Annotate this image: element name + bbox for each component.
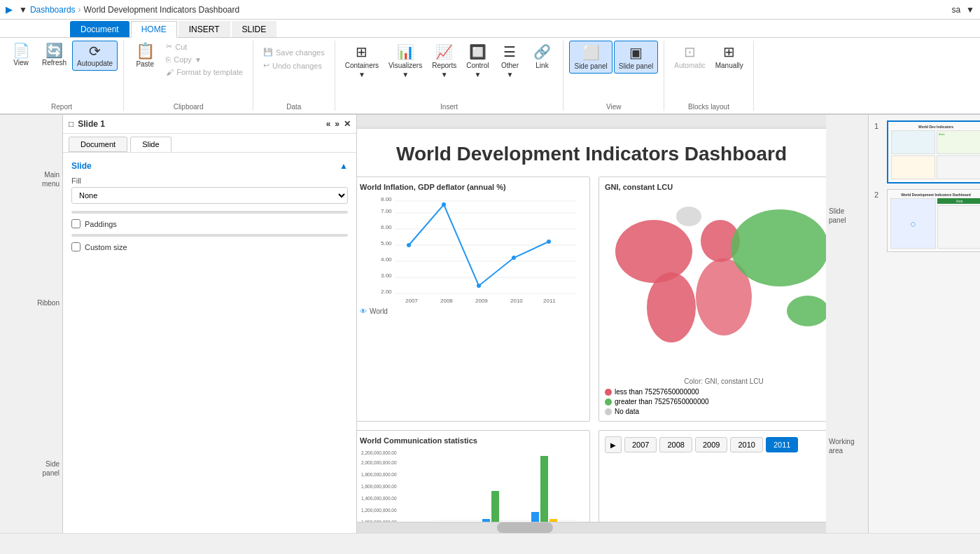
svg-rect-53 [531, 512, 539, 522]
left-panel-tabs: Document Slide [63, 134, 356, 153]
svg-point-21 [477, 284, 481, 288]
fill-label: Fill [71, 176, 348, 185]
nav-arrow[interactable]: ▼ [19, 5, 27, 15]
automatic-icon: ⊡ [684, 43, 696, 60]
ribbon-group-view: ⬜ Side panel ▣ Slide panel View [564, 41, 664, 111]
autoupdate-button[interactable]: ⟳ Autoupdate [72, 41, 118, 71]
refresh-button[interactable]: 🔄 Refresh [38, 41, 71, 69]
svg-point-29 [787, 296, 826, 326]
panel-nav-right[interactable]: » [335, 119, 340, 129]
cut-icon: ✂ [166, 42, 172, 51]
panel-close[interactable]: ✕ [344, 119, 351, 129]
save-icon: 💾 [263, 48, 273, 57]
year-2007[interactable]: 2007 [624, 437, 657, 452]
horizontal-scrollbar[interactable] [357, 522, 826, 533]
year-2011[interactable]: 2011 [766, 437, 798, 452]
svg-text:2,000,000,000.00: 2,000,000,000.00 [361, 460, 397, 465]
report-label: Report [51, 102, 72, 111]
ribbon-group-blocks: ⊡ Automatic ⊞ Manually Blocks layout [664, 41, 754, 111]
legend-world-label: World [370, 307, 388, 315]
control-icon: 🔲 [469, 43, 486, 60]
other-icon: ☰ [503, 43, 516, 60]
chart-comm-title: World Communication statistics [360, 436, 584, 445]
panel-nav-left[interactable]: « [326, 119, 331, 129]
thumb2-charts: ◯ Asia [890, 198, 980, 249]
format-button[interactable]: 🖌 Format by template [162, 67, 247, 78]
user-name: sa [951, 5, 960, 15]
year-2008[interactable]: 2008 [659, 437, 692, 452]
paddings-checkbox[interactable] [71, 219, 80, 228]
custom-size-checkbox-row: Custom size [71, 242, 348, 251]
left-panel-header: □ Slide 1 « » ✕ [63, 115, 356, 134]
data-small-btns: 💾 Save changes ↩ Undo changes [259, 46, 329, 71]
svg-text:1,800,000,000.00: 1,800,000,000.00 [361, 472, 397, 477]
blocks-label: Blocks layout [688, 102, 729, 111]
slide-1-container: 1 World Dev Indicators Asia [887, 120, 974, 183]
view-button[interactable]: 📄 View [6, 41, 36, 69]
visualizers-button[interactable]: 📊 Visualizers ▼ [384, 41, 426, 81]
slider-bar-2 [71, 234, 348, 237]
dashboards-link[interactable]: Dashboards [30, 5, 76, 15]
annotations: Mainmenu Ribbon Sidepanel [0, 115, 63, 533]
play-button[interactable]: ▶ [605, 436, 622, 453]
year-2010[interactable]: 2010 [730, 437, 762, 452]
undo-changes-button[interactable]: ↩ Undo changes [259, 60, 329, 71]
slide-2-thumb[interactable]: World Development Indicators Dashboard ◯… [887, 189, 980, 252]
section-toggle[interactable]: ▲ [340, 161, 348, 171]
manually-icon: ⊞ [723, 43, 735, 60]
scrollbar-thumb[interactable] [497, 522, 553, 533]
ribbon-group-clipboard: 📋 Paste ✂ Cut ⎘ Copy ▼ 🖌 Format by templ… [124, 41, 253, 111]
legend-greater: greater than 75257650000000 [605, 398, 826, 406]
user-arrow[interactable]: ▼ [966, 5, 974, 15]
custom-size-checkbox[interactable] [71, 242, 80, 251]
slide-1-thumb[interactable]: World Dev Indicators Asia [887, 120, 980, 183]
control-button[interactable]: 🔲 Control ▼ [462, 41, 493, 81]
year-2009[interactable]: 2009 [695, 437, 727, 452]
tab-slide[interactable]: SLIDE [232, 21, 277, 37]
automatic-button[interactable]: ⊡ Automatic [670, 41, 709, 72]
tab-document[interactable]: Document [69, 137, 127, 152]
svg-text:2.00: 2.00 [381, 289, 392, 295]
tab-slide[interactable]: Slide [130, 137, 171, 152]
paste-button[interactable]: 📋 Paste [130, 41, 160, 71]
chart-gni: GNI, constant LCU [598, 176, 826, 422]
tab-document[interactable]: Document [70, 21, 130, 37]
save-changes-button[interactable]: 💾 Save changes [259, 46, 329, 58]
legend-nodata-dot [605, 408, 612, 415]
side-panel-button[interactable]: ⬜ Side panel [569, 41, 612, 74]
svg-text:2,200,000,000.00: 2,200,000,000.00 [361, 450, 397, 455]
manually-button[interactable]: ⊞ Manually [711, 41, 748, 72]
chart-timeline-area: ▶ 2007 2008 2009 2010 2011 [598, 430, 826, 522]
other-button[interactable]: ☰ Other ▼ [494, 41, 525, 81]
breadcrumb-sep: › [78, 5, 81, 15]
fill-control: None [71, 187, 348, 204]
slide-icon: □ [69, 119, 74, 129]
fill-select[interactable]: None [71, 187, 348, 204]
tab-home[interactable]: HOME [131, 21, 177, 38]
ribbon-group-insert: ⊞ Containers ▼ 📊 Visualizers ▼ 📈 Reports… [335, 41, 564, 111]
paste-icon: 📋 [136, 43, 155, 59]
slide-panel-icon: ▣ [629, 44, 643, 61]
paddings-label: Paddings [85, 220, 117, 228]
copy-button[interactable]: ⎘ Copy ▼ [162, 54, 247, 65]
ribbon-tabs: Document HOME INSERT SLIDE [0, 20, 980, 38]
link-button[interactable]: 🔗 Link [526, 41, 557, 72]
svg-text:3.00: 3.00 [381, 272, 392, 279]
title-bar: ▶ ▼ Dashboards › World Development Indic… [0, 0, 980, 20]
breadcrumb-title: World Development Indicators Dashboard [84, 5, 240, 15]
chart-gni-title: GNI, constant LCU [605, 183, 826, 191]
tab-insert[interactable]: INSERT [178, 21, 230, 37]
slide-panel-label-right: Slidepanel [829, 207, 846, 225]
cut-button[interactable]: ✂ Cut [162, 41, 247, 53]
reports-button[interactable]: 📈 Reports ▼ [428, 41, 461, 81]
svg-point-22 [512, 256, 516, 260]
format-icon: 🖌 [166, 68, 174, 76]
containers-button[interactable]: ⊞ Containers ▼ [341, 41, 383, 81]
working-area: World Development Indicators Dashboard W… [357, 115, 826, 533]
thumb2-asia-label: Asia [937, 198, 980, 204]
slide-main-title: World Development Indicators Dashboard [357, 143, 826, 165]
slide-panel-button[interactable]: ▣ Slide panel [614, 41, 658, 74]
view-label: View [606, 102, 622, 111]
line-chart-svg: 2.00 3.00 4.00 5.00 6.00 7.00 8.00 [360, 195, 584, 304]
chart-legend: 👁 World [360, 307, 584, 315]
